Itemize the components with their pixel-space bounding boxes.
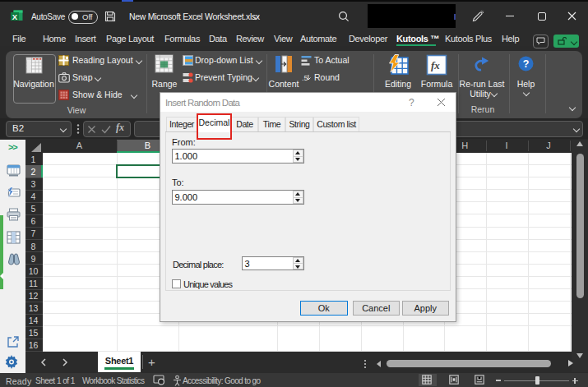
svg-text:X: X <box>12 12 18 21</box>
svg-text:?: ? <box>523 58 530 70</box>
svg-text:fx: fx <box>431 59 440 71</box>
